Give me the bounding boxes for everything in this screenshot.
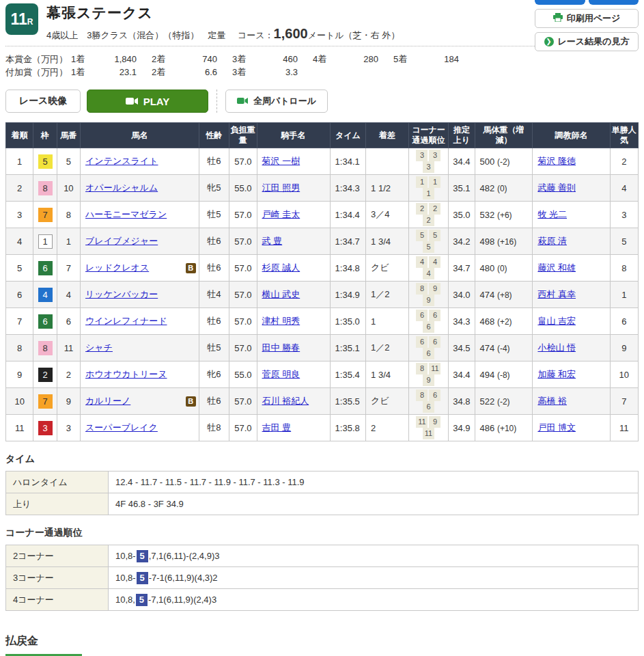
sex-age: 牡6 (199, 148, 229, 175)
horse-weight-diff: (0) (497, 264, 507, 273)
horse-number: 5 (57, 148, 80, 175)
trainer-cell: 萩原 清 (533, 228, 610, 255)
horse-weight: 474 (480, 290, 497, 300)
print-page-button[interactable]: 印刷用ページ (535, 9, 639, 28)
horse-number: 10 (57, 175, 80, 202)
horse-name-link[interactable]: インテンスライト (85, 155, 158, 167)
estimated-agari: 34.4 (449, 361, 475, 388)
finish-time: 1:35.4 (330, 361, 366, 388)
jockey-link[interactable]: 石川 裕紀人 (262, 396, 309, 406)
horse-name-link[interactable]: シャチ (85, 342, 113, 354)
result-row: 1079カルリーノB牡657.0石川 裕紀人1:35.5クビ86634.8522… (6, 388, 639, 415)
estimated-agari: 34.9 (449, 415, 475, 441)
jockey-cell: 戸崎 圭太 (257, 202, 330, 228)
jockey-cell: 菅原 明良 (257, 361, 330, 388)
finish-position: 2 (6, 175, 33, 202)
race-video-button[interactable]: レース映像 (5, 90, 81, 113)
horse-weight-cell: 498 (+16) (475, 228, 533, 255)
load-weight: 57.0 (229, 282, 257, 308)
sex-age: 牡6 (199, 228, 229, 255)
result-row: 1133スーパーブレイク牡857.0吉田 豊1:35.821191134.948… (6, 415, 639, 441)
jockey-link[interactable]: 津村 明秀 (262, 316, 300, 326)
main-prize-label: 本賞金（万円） (5, 53, 71, 66)
horse-name-link[interactable]: スーパーブレイク (85, 422, 158, 434)
play-button[interactable]: PLAY (87, 90, 208, 113)
corner-position: 9 (423, 295, 434, 306)
corner-position: 9 (429, 283, 440, 295)
horse-name-link[interactable]: ウインレフィナード (85, 315, 167, 327)
sex-age: 牡6 (199, 255, 229, 282)
finish-time: 1:35.5 (330, 388, 366, 415)
trainer-link[interactable]: 高橋 裕 (537, 396, 567, 406)
load-weight: 57.0 (229, 415, 257, 441)
horse-name-link[interactable]: ホウオウカトリーヌ (85, 368, 167, 381)
horse-name-link[interactable]: オパールシャルム (85, 182, 158, 194)
horse-name-link[interactable]: レッドクレオス (85, 262, 149, 274)
estimated-agari: 34.0 (449, 282, 475, 308)
jockey-cell: 江田 照男 (257, 175, 330, 202)
jockey-link[interactable]: 杉原 誠人 (262, 262, 300, 273)
win-popularity: 9 (610, 335, 639, 361)
finish-position: 7 (6, 308, 33, 335)
jockey-link[interactable]: 横山 武史 (262, 289, 300, 299)
trainer-link[interactable]: 牧 光二 (537, 209, 567, 219)
corner-section-heading: コーナー通過順位 (5, 527, 639, 539)
jockey-link[interactable]: 武 豊 (262, 236, 283, 246)
result-guide-button[interactable]: ❯ レース結果の見方 (535, 32, 639, 51)
horse-weight-diff: (+16) (497, 237, 516, 247)
trainer-link[interactable]: 西村 真幸 (537, 289, 576, 299)
course-suffix: メートル（芝・右 外） (308, 30, 400, 40)
jockey-link[interactable]: 戸崎 圭太 (262, 209, 300, 219)
jockey-link[interactable]: 菅原 明良 (262, 369, 300, 379)
horse-weight: 522 (480, 396, 497, 407)
jockey-link[interactable]: 菊沢 一樹 (262, 156, 300, 166)
results-tbody: 155インテンスライト牡657.0菊沢 一樹1:34.133334.4500 (… (6, 148, 639, 441)
horse-name-link[interactable]: ブレイブメジャー (85, 235, 158, 247)
horse-weight: 494 (480, 370, 497, 380)
horse-name-inner: ハーモニーマゼラン (85, 208, 196, 221)
trainer-link[interactable]: 藤沢 和雄 (537, 262, 576, 273)
estimated-agari: 34.8 (449, 388, 475, 415)
horse-name-link[interactable]: リッケンバッカー (85, 288, 158, 301)
trainer-link[interactable]: 武藤 善則 (537, 182, 576, 193)
column-header: 騎手名 (257, 123, 330, 148)
result-row: 2810オパールシャルム牝555.0江田 照男1:34.31 1/211135.… (6, 175, 639, 202)
jockey-link[interactable]: 田中 勝春 (262, 342, 300, 353)
top-blue-button-1[interactable] (535, 0, 585, 5)
horse-name-cell: インテンスライト (81, 148, 199, 175)
finish-time: 1:34.1 (330, 148, 366, 175)
horse-weight-diff: (-4) (497, 344, 510, 353)
horse-name-link[interactable]: ハーモニーマゼラン (85, 208, 167, 221)
trainer-link[interactable]: 菊沢 隆徳 (537, 156, 576, 166)
result-row: 8811シャチ牡557.0田中 勝春1:35.11／266634.5474 (-… (6, 335, 639, 361)
jockey-link[interactable]: 江田 照男 (262, 182, 300, 193)
horse-name-inner: カルリーノB (85, 395, 196, 407)
patrol-video-button[interactable]: 全周パトロール (225, 90, 328, 113)
horse-weight-cell: 468 (+2) (475, 308, 533, 335)
trainer-link[interactable]: 畠山 吉宏 (537, 316, 576, 326)
trainer-link[interactable]: 小桧山 悟 (537, 342, 576, 353)
corner-position: 3 (416, 150, 428, 161)
corner-passing-cell: 666 (408, 308, 449, 335)
corner-position: 2 (416, 203, 428, 215)
result-guide-label: レース結果の見方 (558, 36, 630, 48)
jockey-link[interactable]: 吉田 豊 (262, 422, 292, 433)
corner-order-text: -7,1(6,11,9)(2,4)3 (148, 594, 216, 605)
trainer-link[interactable]: 戸田 博文 (537, 422, 576, 433)
win-popularity: 5 (610, 228, 639, 255)
horse-name-link[interactable]: カルリーノ (85, 395, 130, 407)
horse-name-cell: ウインレフィナード (81, 308, 199, 335)
horse-weight: 532 (480, 210, 497, 220)
trainer-link[interactable]: 萩原 清 (537, 236, 567, 246)
horse-name-inner: ホウオウカトリーヌ (85, 368, 196, 381)
corner-3-value: 10,8-5-7-1(6,11,9)(4,3)2 (109, 567, 639, 589)
trainer-link[interactable]: 加藤 和宏 (537, 369, 576, 379)
finish-time: 1:34.4 (330, 202, 366, 228)
horse-name-cell: オパールシャルム (81, 175, 199, 202)
prize-value: 184 (419, 53, 459, 66)
video-divider (216, 90, 217, 113)
top-blue-button-2[interactable] (589, 0, 639, 5)
trainer-cell: 武藤 善則 (533, 175, 610, 202)
corner-position: 5 (429, 230, 440, 241)
prize-value: 6.6 (178, 66, 217, 79)
